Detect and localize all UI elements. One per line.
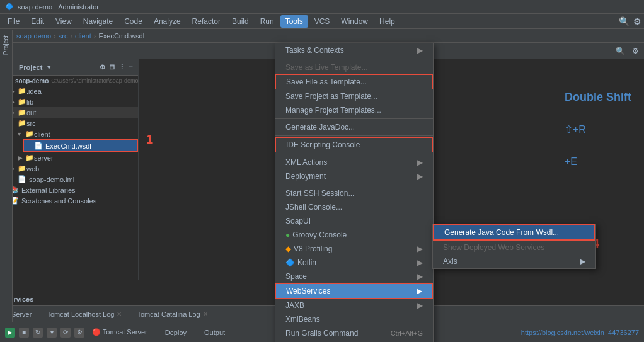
menu-item-refactor[interactable]: Refactor (187, 15, 226, 28)
menu-item-edit[interactable]: Edit (26, 15, 49, 28)
menu-jaxb[interactable]: JAXB ▶ (275, 299, 433, 312)
menu-v8[interactable]: ◆ V8 Profiling ▶ (275, 242, 433, 256)
menu-save-live[interactable]: Save as Live Template... (275, 60, 433, 74)
stop-button[interactable]: ■ (19, 328, 29, 338)
menu-item-build[interactable]: Build (227, 15, 254, 28)
menu-groovy[interactable]: ● Groovy Console (275, 228, 433, 242)
tomcat-catalina-close[interactable]: ✕ (203, 311, 208, 317)
sidebar-header: 📁 Project ▾ ⊕ ⊟ ⋮ − (0, 59, 138, 76)
menu-item-run[interactable]: Run (255, 15, 279, 28)
folder-icon: 📁 (18, 98, 26, 106)
sidebar-locate-icon[interactable]: ⊕ (100, 63, 105, 71)
deploy-label: Deploy (165, 329, 187, 336)
tree-item-execmd[interactable]: 📄 ExecCmd.wsdl (23, 139, 138, 152)
menu-soapui[interactable]: SoapUI (275, 214, 433, 228)
double-shift-hint: Double Shift (565, 91, 631, 103)
sidebar-title: Project (19, 64, 42, 71)
groovy-icon: ● (285, 231, 290, 239)
menu-ide-scripting[interactable]: IDE Scripting Console (275, 137, 433, 152)
menu-item-help[interactable]: Help (374, 15, 400, 28)
step-1: 1 (146, 132, 153, 147)
sidebar-close-icon[interactable]: − (129, 63, 133, 71)
submenu-axis[interactable]: Axis ▶ (433, 254, 595, 268)
play-button[interactable]: ▶ (5, 328, 15, 338)
tree-item-scratches[interactable]: ▶ 📝 Scratches and Consoles (0, 195, 138, 206)
tree-item-iml[interactable]: 📄 soap-demo.iml (8, 174, 138, 185)
menu-xml-actions[interactable]: XML Actions ▶ (275, 156, 433, 169)
web-folder-icon: 📁 (18, 164, 26, 173)
tomcat-server-label: 🔴 Tomcat Server (92, 328, 147, 336)
folder-icon: 📁 (18, 87, 26, 95)
tomcat-catalina-label: Tomcat Catalina Log (137, 311, 200, 318)
client-folder-icon: 📁 (25, 130, 34, 138)
menu-tasks[interactable]: Tasks & Contexts ▶ (275, 43, 433, 57)
sidebar-options-icon[interactable]: ⋮ (118, 63, 125, 71)
submenu-gen-java[interactable]: Generate Java Code From Wsdl... (433, 224, 595, 241)
tree-item-idea[interactable]: ▶ 📁 .idea (8, 86, 138, 96)
menu-item-analyze[interactable]: Analyze (149, 15, 186, 28)
menu-manage-templates[interactable]: Manage Project Templates... (275, 103, 433, 117)
tree-item-out[interactable]: ▶ 📁 out (8, 107, 138, 118)
menu-item-window[interactable]: Window (336, 15, 373, 28)
sidebar-dropdown-arrow[interactable]: ▾ (47, 64, 50, 71)
menu-item-view[interactable]: View (50, 15, 77, 28)
tomcat-catalina-tab[interactable]: Tomcat Catalina Log ✕ (130, 309, 214, 319)
output-label: Output (204, 329, 225, 336)
menu-ssh[interactable]: Start SSH Session... (275, 186, 433, 200)
breadcrumb-part-4: ExecCmd.wsdl (98, 32, 144, 40)
status-link[interactable]: https://blog.csdn.net/weixin_44736277 (521, 329, 639, 336)
menu-webservices[interactable]: WebServices ▶ (275, 283, 433, 299)
tomcat-localhost-tab[interactable]: Tomcat Localhost Log ✕ (40, 309, 128, 319)
tools-dropdown-menu: Tasks & Contexts ▶ Save as Live Template… (275, 43, 434, 342)
server-folder-icon: 📁 (25, 154, 34, 162)
tree-item-lib[interactable]: ▶ 📁 lib (8, 96, 138, 107)
menu-generate-javadoc[interactable]: Generate JavaDoc... (275, 120, 433, 134)
title-bar: 🔷 soap-demo - Administrator (0, 0, 644, 14)
menu-save-file[interactable]: Save File as Template... (275, 74, 433, 89)
project-vertical-tab[interactable]: Project (1, 33, 11, 57)
menu-item-vcs[interactable]: VCS (309, 15, 335, 28)
menu-save-project[interactable]: Save Project as Template... (275, 89, 433, 103)
title-text: soap-demo - Administrator (18, 3, 99, 11)
iml-icon: 📄 (18, 175, 26, 183)
src-folder-icon: 📁 (18, 119, 26, 127)
breadcrumb-part-2[interactable]: src (59, 32, 68, 40)
breadcrumb: 📁 soap-demo › src › client › ExecCmd.wsd… (0, 29, 644, 43)
menu-item-file[interactable]: File (3, 15, 25, 28)
toolbar-settings[interactable]: ⚙ (629, 45, 641, 57)
menu-item-tools[interactable]: Tools (280, 15, 308, 28)
tree-item-src[interactable]: ▾ 📁 src (8, 118, 138, 128)
menu-item-code[interactable]: Code (119, 15, 147, 28)
tree-item-external[interactable]: ▶ 📚 External Libraries (0, 185, 138, 195)
menu-jshell[interactable]: JShell Console... (275, 200, 433, 214)
settings-icon[interactable]: ⚙ (633, 16, 641, 26)
kotlin-icon: 🔷 (285, 258, 295, 267)
tomcat-localhost-close[interactable]: ✕ (117, 311, 122, 317)
breadcrumb-part-1[interactable]: soap-demo (16, 32, 51, 40)
tree-item-project[interactable]: ▾ 🏗 soap-demo C:\Users\Administrator\soa… (0, 76, 138, 86)
search-everywhere-icon[interactable]: 🔍 (619, 16, 630, 26)
tree-item-web[interactable]: ▶ 📁 web (8, 163, 138, 174)
tree-item-client[interactable]: ▾ 📁 client (15, 128, 138, 139)
plus-e-hint: +E (565, 156, 577, 167)
app-icon: 🔷 (5, 3, 14, 11)
rerun-button[interactable]: ↻ (33, 328, 43, 338)
menu-xmlbeans[interactable]: XmlBeans (275, 312, 433, 326)
tree-item-server[interactable]: ▶ 📁 server (15, 152, 138, 163)
menu-space[interactable]: Space ▶ (275, 270, 433, 283)
sidebar-collapse-icon[interactable]: ⊟ (109, 63, 115, 71)
menu-item-navigate[interactable]: Navigate (78, 15, 118, 28)
toolbar-search[interactable]: 🔍 (614, 45, 626, 57)
filter-button[interactable]: ▾ (47, 328, 57, 338)
scroll-button[interactable]: ⟳ (60, 328, 71, 338)
shift-r-hint: ⇧+R (565, 124, 586, 135)
settings-btn[interactable]: ⚙ (74, 328, 84, 338)
menu-kotlin[interactable]: 🔷 Kotlin ▶ (275, 256, 433, 270)
shortcut-hints: Double Shift ⇧+R +E (565, 91, 631, 187)
submenu-show-deployed[interactable]: Show Deployed Web Services (433, 241, 595, 254)
menu-grails[interactable]: Run Grails Command Ctrl+Alt+G (275, 326, 433, 340)
menu-deployment[interactable]: Deployment ▶ (275, 169, 433, 183)
v8-icon: ◆ (285, 244, 291, 253)
left-vertical-tab: Project (0, 30, 13, 322)
breadcrumb-part-3[interactable]: client (75, 32, 91, 40)
